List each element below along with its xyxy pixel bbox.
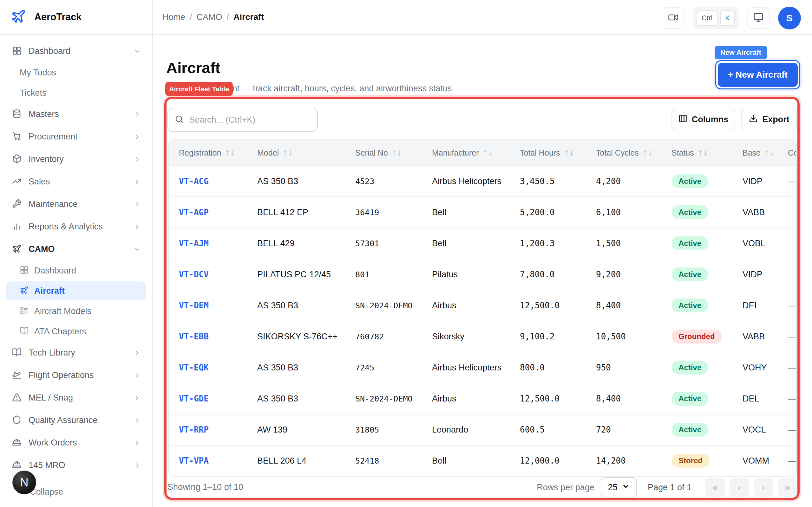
sidebar-item-procurement[interactable]: Procurement	[0, 125, 152, 148]
display-mode-button[interactable]	[747, 7, 770, 29]
cycles-cell: 4,200	[586, 176, 661, 186]
column-header-registration[interactable]: Registration↑↓	[169, 148, 247, 158]
registration-link[interactable]: VT-DEM	[179, 301, 209, 310]
prev-page-button[interactable]: ‹	[729, 478, 749, 497]
columns-icon	[678, 114, 687, 125]
new-aircraft-button[interactable]: + New Aircraft	[718, 63, 798, 87]
hours-cell: 1,200.3	[510, 239, 586, 248]
base-cell: VIDP	[732, 270, 780, 279]
column-header-serial-no[interactable]: Serial No↑↓	[345, 148, 422, 158]
model-cell: AS 350 B3	[247, 363, 345, 373]
columns-button[interactable]: Columns	[671, 109, 735, 130]
sidebar-item-aircraft[interactable]: Aircraft	[6, 281, 146, 300]
hours-cell: 800.0	[510, 363, 586, 372]
sort-icon: ↑↓	[697, 149, 708, 157]
registration-link[interactable]: VT-VPA	[179, 456, 209, 465]
column-header-model[interactable]: Model↑↓	[247, 148, 345, 158]
breadcrumb: Home / CAMO / Aircraft	[162, 12, 264, 22]
new-aircraft-focus-ring: + New Aircraft	[715, 60, 800, 89]
manufacturer-cell: Bell	[422, 208, 510, 217]
base-cell: VOMM	[732, 456, 780, 466]
sidebar-item-tech-library[interactable]: Tech Library	[0, 342, 152, 364]
first-page-button[interactable]: «	[705, 478, 725, 497]
takeoff-icon	[12, 370, 21, 381]
sidebar-item-ata-chapters[interactable]: ATA Chapters	[0, 321, 152, 342]
sidebar-item-tickets[interactable]: Tickets	[0, 83, 152, 103]
status-cell: Stored	[661, 454, 732, 468]
column-header-total-cycles[interactable]: Total Cycles↑↓	[586, 148, 661, 158]
chevron-right-icon	[134, 201, 141, 208]
aircraft-table-card: Registration↑↓Model↑↓Serial No↑↓Manufact…	[168, 139, 797, 476]
table-row-vt-rrp: VT-RRPAW 13931805Leonardo600.5720ActiveV…	[169, 414, 796, 445]
sidebar-item-inventory[interactable]: Inventory	[0, 148, 152, 170]
sidebar-item-label: Reports & Analytics	[29, 222, 103, 232]
registration-link[interactable]: VT-EBB	[179, 332, 209, 341]
table-row-vt-dem: VT-DEMAS 350 B3SN-2024-DEMOAirbus12,500.…	[169, 290, 796, 321]
registration-link[interactable]: VT-AGP	[179, 208, 209, 217]
registration-link[interactable]: VT-EQK	[179, 363, 209, 372]
breadcrumb-camo[interactable]: CAMO	[197, 12, 222, 22]
sidebar-item-label: Aircraft Models	[34, 306, 91, 316]
sidebar-item-sales[interactable]: Sales	[0, 170, 152, 193]
sidebar-item-aircraft-models[interactable]: Aircraft Models	[0, 301, 152, 321]
brand[interactable]: AeroTrack	[0, 0, 152, 35]
status-badge: Active	[671, 236, 708, 250]
export-button[interactable]: Export	[741, 109, 797, 130]
search-input[interactable]	[189, 115, 303, 125]
app-root: AeroTrack DashboardMy TodosTicketsMaster…	[0, 0, 812, 507]
package-icon	[12, 154, 21, 165]
model-cell: AS 350 B3	[247, 301, 345, 311]
manufacturer-cell: Leonardo	[422, 425, 510, 435]
column-header-base[interactable]: Base↑↓	[732, 148, 780, 158]
export-label: Export	[762, 115, 790, 124]
breadcrumb-home[interactable]: Home	[162, 12, 185, 22]
sidebar-item-maintenance[interactable]: Maintenance	[0, 193, 152, 216]
sidebar-item-work-orders[interactable]: Work Orders	[0, 432, 152, 454]
status-badge: Active	[671, 360, 708, 375]
column-header-manufacturer[interactable]: Manufacturer↑↓	[422, 148, 510, 158]
sidebar-item-reports-analytics[interactable]: Reports & Analytics	[0, 216, 152, 238]
status-cell: Active	[661, 236, 732, 250]
registration-link[interactable]: VT-RRP	[179, 425, 209, 435]
chevron-right-icon	[134, 462, 141, 469]
sidebar-item-quality-assurance[interactable]: Quality Assurance	[0, 409, 152, 432]
status-cell: Active	[661, 205, 732, 219]
registration-link[interactable]: VT-GDE	[179, 394, 209, 403]
manufacturer-cell: Bell	[422, 239, 510, 248]
screen-record-button[interactable]	[662, 7, 684, 29]
registration-link[interactable]: VT-AJM	[179, 239, 209, 248]
sidebar-item-masters[interactable]: Masters	[0, 103, 152, 125]
table-row-vt-vpa: VT-VPABELL 206 L452418Bell12,000.014,200…	[169, 445, 796, 476]
status-badge: Active	[671, 298, 708, 313]
status-badge: Active	[671, 268, 708, 281]
registration-cell: VT-AJM	[169, 239, 247, 248]
table-body: VT-ACGAS 350 B34523Airbus Helicopters3,4…	[169, 165, 796, 476]
rows-per-page-select[interactable]: 25	[601, 477, 637, 498]
sidebar-item-label: 145 MRO	[29, 460, 65, 470]
shortcut-hint[interactable]: Ctrl K	[693, 7, 739, 29]
registration-link[interactable]: VT-DCV	[179, 270, 209, 279]
topbar-actions: Ctrl K S	[662, 7, 801, 30]
dev-overlay-badge[interactable]: N	[12, 470, 36, 494]
user-avatar[interactable]: S	[778, 7, 801, 30]
column-header-status[interactable]: Status↑↓	[661, 148, 732, 158]
next-page-button[interactable]: ›	[754, 478, 773, 497]
status-cell: Active	[661, 392, 732, 406]
sidebar-item-mel-snag[interactable]: MEL / Snag	[0, 387, 152, 409]
annotation-button-label: New Aircraft	[715, 46, 767, 59]
sidebar-item-my-todos[interactable]: My Todos	[0, 62, 152, 83]
serial-cell: 4523	[345, 177, 422, 186]
sidebar-item-flight-operations[interactable]: Flight Operations	[0, 364, 152, 387]
extra-cell: —	[780, 270, 796, 279]
sidebar-nav: DashboardMy TodosTicketsMastersProcureme…	[0, 40, 152, 476]
sidebar-item-dashboard[interactable]: Dashboard	[0, 40, 152, 62]
last-page-button[interactable]: »	[778, 478, 798, 497]
sidebar-item-label: MEL / Snag	[29, 393, 73, 403]
registration-link[interactable]: VT-ACG	[179, 176, 209, 186]
sidebar-item-dashboard[interactable]: Dashboard	[0, 261, 152, 281]
cart-icon	[12, 131, 21, 142]
column-header-total-hours[interactable]: Total Hours↑↓	[510, 148, 586, 158]
sidebar-item-camo[interactable]: CAMO	[0, 238, 152, 261]
serial-cell: 31805	[345, 425, 422, 435]
dev-overlay-letter: N	[20, 476, 29, 489]
